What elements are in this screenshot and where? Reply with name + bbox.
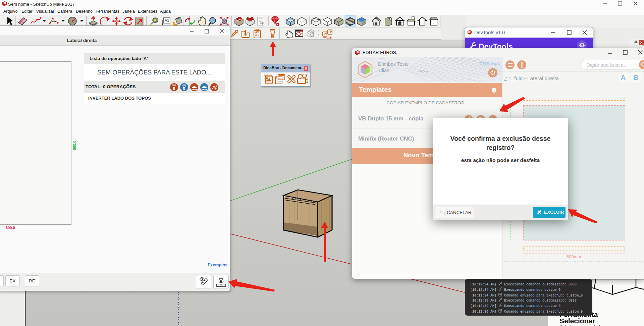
svg-text:600mm: 600mm: [567, 254, 581, 259]
svg-text:A1: A1: [165, 18, 169, 22]
